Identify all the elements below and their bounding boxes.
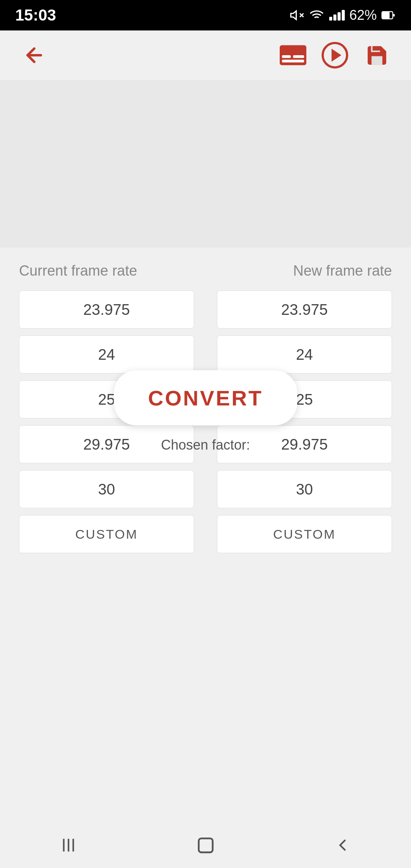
- new-rate-btn-4[interactable]: 30: [217, 470, 392, 508]
- wifi-icon: [309, 8, 325, 22]
- back-button[interactable]: [19, 40, 49, 70]
- new-frame-rate-label: New frame rate: [217, 263, 392, 279]
- svg-marker-0: [291, 11, 296, 19]
- current-custom-btn[interactable]: CUSTOM: [19, 515, 194, 553]
- main-content: Current frame rate 23.975 24 25 29.975 3…: [0, 263, 411, 560]
- recent-apps-button[interactable]: [53, 830, 84, 860]
- chosen-factor-label: Chosen factor:: [161, 437, 250, 453]
- battery-indicator: 62%: [349, 7, 377, 23]
- current-rate-btn-0[interactable]: 23.975: [19, 290, 194, 329]
- subtitle-button[interactable]: [278, 40, 308, 70]
- svg-rect-10: [282, 60, 304, 62]
- current-rate-btn-4[interactable]: 30: [19, 470, 194, 508]
- status-bar: 15:03 62%: [0, 0, 411, 30]
- current-rate-btn-1[interactable]: 24: [19, 335, 194, 373]
- mute-icon: [290, 8, 304, 22]
- home-button[interactable]: [190, 830, 221, 860]
- svg-rect-11: [293, 55, 304, 58]
- save-button[interactable]: [362, 40, 392, 70]
- convert-button[interactable]: CONVERT: [114, 370, 297, 425]
- frame-rate-section: Current frame rate 23.975 24 25 29.975 3…: [19, 263, 392, 560]
- new-rate-btn-0[interactable]: 23.975: [217, 290, 392, 329]
- nav-bar: [0, 30, 411, 80]
- svg-rect-17: [199, 838, 213, 852]
- battery-icon: [381, 10, 396, 21]
- back-nav-button[interactable]: [327, 830, 358, 860]
- current-frame-rate-label: Current frame rate: [19, 263, 194, 279]
- svg-marker-13: [333, 51, 339, 59]
- new-custom-btn[interactable]: CUSTOM: [217, 515, 392, 553]
- convert-overlay: CONVERT Chosen factor:: [114, 370, 297, 453]
- convert-button-label: CONVERT: [148, 385, 263, 410]
- status-icons: 62%: [290, 7, 396, 23]
- svg-rect-9: [282, 55, 291, 58]
- play-button[interactable]: [320, 40, 350, 70]
- signal-icon: [329, 10, 345, 21]
- svg-rect-5: [382, 12, 389, 18]
- new-rate-btn-1[interactable]: 24: [217, 335, 392, 373]
- bottom-nav: [0, 822, 411, 868]
- preview-area: [0, 80, 411, 247]
- status-time: 15:03: [15, 6, 56, 24]
- nav-right-icons: [278, 40, 392, 70]
